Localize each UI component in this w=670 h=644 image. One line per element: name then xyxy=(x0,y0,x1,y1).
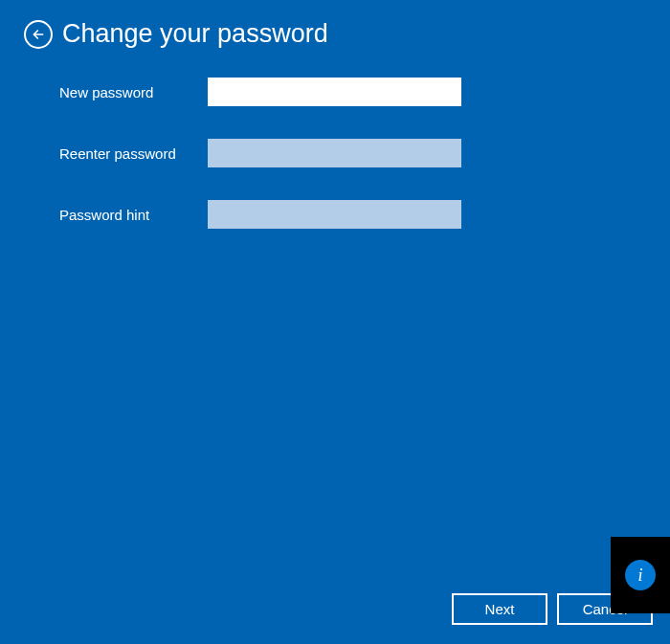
new-password-label: New password xyxy=(59,84,208,100)
reenter-password-label: Reenter password xyxy=(59,145,208,162)
reenter-password-row: Reenter password xyxy=(59,139,670,167)
arrow-left-icon xyxy=(31,27,46,42)
next-button[interactable]: Next xyxy=(452,593,547,625)
password-hint-label: Password hint xyxy=(59,207,208,223)
password-hint-row: Password hint xyxy=(59,200,670,229)
header: Change your password xyxy=(0,0,670,49)
password-form: New password Reenter password Password h… xyxy=(0,49,670,229)
info-icon: i xyxy=(625,560,656,590)
page-title: Change your password xyxy=(62,19,328,49)
new-password-input[interactable] xyxy=(208,78,461,106)
new-password-row: New password xyxy=(59,78,670,106)
password-hint-input[interactable] xyxy=(208,200,461,229)
info-overlay[interactable]: i xyxy=(611,537,670,613)
back-button[interactable] xyxy=(24,20,53,49)
reenter-password-input[interactable] xyxy=(208,139,461,167)
